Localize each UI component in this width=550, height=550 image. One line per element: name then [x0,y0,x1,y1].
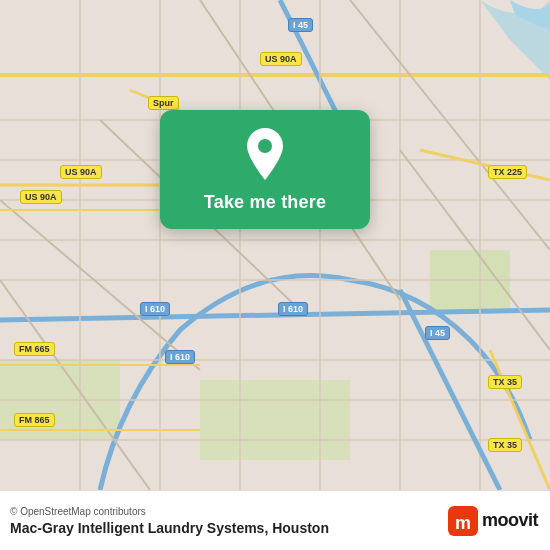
road-label-us90a-top: US 90A [260,52,302,66]
take-me-there-button[interactable]: Take me there [204,190,326,215]
svg-rect-3 [200,380,350,460]
road-label-tx225: TX 225 [488,165,527,179]
moovit-text: moovit [482,510,538,531]
road-label-us90a-left: US 90A [60,165,102,179]
road-label-fm865: FM 865 [14,413,55,427]
road-label-i610-mid: I 610 [278,302,308,316]
pin-icon [239,128,291,180]
road-label-tx35-top: TX 35 [488,375,522,389]
road-label-i45-top: I 45 [288,18,313,32]
osm-attribution: © OpenStreetMap contributors [10,506,329,517]
road-label-tx35-bot: TX 35 [488,438,522,452]
moovit-icon: m [448,506,478,536]
place-name: Mac-Gray Intelligent Laundry Systems, Ho… [10,520,329,536]
moovit-logo[interactable]: m moovit [448,506,538,536]
road-label-i45-bottom: I 45 [425,326,450,340]
road-label-i610-bot: I 610 [165,350,195,364]
map-background [0,0,550,490]
bottom-left: © OpenStreetMap contributors Mac-Gray In… [10,506,329,536]
road-label-i610-left: I 610 [140,302,170,316]
road-label-fm665: FM 665 [14,342,55,356]
map-container: I 45 US 90A Spur US 90A US 90A I 610 I 6… [0,0,550,490]
road-label-spur: Spur [148,96,179,110]
bottom-bar: © OpenStreetMap contributors Mac-Gray In… [0,490,550,550]
svg-point-35 [258,139,272,153]
svg-text:m: m [455,513,471,533]
road-label-us90a-mid: US 90A [20,190,62,204]
location-card: Take me there [160,110,370,229]
